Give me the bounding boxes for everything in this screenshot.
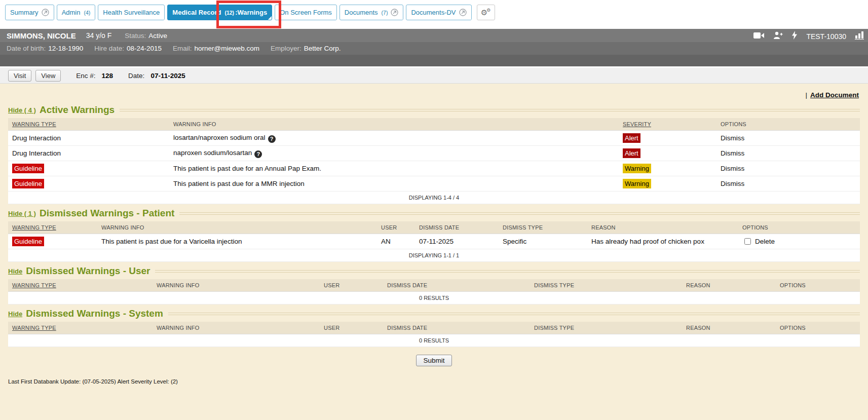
section-title: Dismissed Warnings - User — [26, 265, 150, 277]
column-header-options: OPTIONS — [776, 322, 860, 334]
tab-admin-count: (4) — [84, 10, 90, 16]
warning-type-cell: Guideline — [8, 234, 97, 249]
column-header-dismiss-date: DISMISS DATE — [415, 221, 499, 234]
tab-summary[interactable]: Summary — [5, 5, 54, 20]
column-header-options: OPTIONS — [738, 221, 860, 234]
column-header-dismiss-date: DISMISS DATE — [383, 322, 530, 334]
section-header: Hide ( 4 ) Active Warnings — [8, 104, 860, 116]
options-cell: Dismiss — [716, 161, 860, 176]
visit-toolbar: Visit View Enc #: 128 Date: 07-11-2025 — [0, 68, 868, 84]
section-dismissed-warnings-system: Hide Dismissed Warnings - System WARNING… — [8, 308, 860, 347]
warning-info-cell: This patient is past due for a Varicella… — [97, 234, 377, 249]
severity-badge-alert: Alert — [623, 148, 640, 158]
employer-value: Better Corp. — [304, 45, 341, 52]
dismissed-user-table: WARNING TYPE WARNING INFO USER DISMISS D… — [8, 279, 860, 304]
section-title: Active Warnings — [40, 104, 115, 116]
column-header-user: USER — [320, 322, 383, 334]
column-header-warning-type[interactable]: WARNING TYPE — [8, 118, 169, 131]
table-row: Guideline This patient is past due for a… — [8, 176, 860, 192]
dismissed-system-table: WARNING TYPE WARNING INFO USER DISMISS D… — [8, 322, 860, 347]
tab-documents[interactable]: Documents (7) — [339, 5, 404, 20]
delete-checkbox[interactable] — [744, 238, 751, 245]
dismissed-patient-table: WARNING TYPE WARNING INFO USER DISMISS D… — [8, 221, 860, 262]
bar-chart-icon[interactable] — [855, 31, 865, 42]
encounter-value: 128 — [102, 72, 114, 80]
section-dismissed-warnings-user: Hide Dismissed Warnings - User WARNING T… — [8, 265, 860, 304]
column-header-warning-type[interactable]: WARNING TYPE — [8, 279, 153, 292]
video-camera-icon[interactable] — [753, 32, 765, 41]
tab-medical-record-warnings[interactable]: Medical Record (12) :Warnings — [167, 5, 272, 20]
column-header-reason: REASON — [682, 322, 776, 334]
status-value: Active — [148, 32, 167, 40]
question-mark-icon[interactable]: ? — [254, 150, 262, 158]
tab-documents-dv[interactable]: Documents-DV — [406, 5, 471, 20]
column-header-warning-info: WARNING INFO — [153, 279, 320, 292]
hide-dismissed-patient-link[interactable]: Hide ( 1 ) — [8, 210, 36, 217]
dismiss-link[interactable]: Dismiss — [721, 165, 744, 172]
column-header-user: USER — [377, 221, 415, 234]
hide-dismissed-system-link[interactable]: Hide — [8, 310, 22, 318]
displaying-count: DISPLAYING 1-4 / 4 — [8, 192, 860, 204]
patient-header-icons: TEST-10030 — [753, 31, 865, 42]
tab-on-screen-forms-label: On Screen Forms — [280, 9, 332, 16]
guideline-badge: Guideline — [12, 179, 44, 188]
question-mark-icon[interactable]: ? — [268, 135, 276, 143]
patient-age-sex: 34 y/o F — [86, 31, 112, 40]
column-header-warning-type[interactable]: WARNING TYPE — [8, 221, 97, 234]
hire-date-label: Hire date: — [94, 45, 124, 52]
column-header-warning-type[interactable]: WARNING TYPE — [8, 322, 153, 334]
dob-value: 12-18-1990 — [48, 45, 83, 52]
empty-results-row: 0 RESULTS — [8, 334, 860, 347]
column-header-dismiss-type: DISMISS TYPE — [499, 221, 587, 234]
user-cell: AN — [377, 234, 415, 249]
header-rule — [179, 212, 860, 215]
warning-type-cell: Guideline — [8, 176, 169, 192]
visit-button[interactable]: Visit — [8, 70, 31, 82]
results-count: 0 RESULTS — [8, 334, 860, 347]
add-person-icon[interactable] — [773, 31, 783, 41]
email-value: horner@mieweb.com — [194, 45, 259, 52]
table-pagination-row: DISPLAYING 1-4 / 4 — [8, 192, 860, 204]
header-rule — [168, 313, 860, 315]
tab-admin[interactable]: Admin (4) — [57, 5, 96, 20]
column-header-dismiss-date: DISMISS DATE — [383, 279, 530, 292]
table-header-row: WARNING TYPE WARNING INFO USER DISMISS D… — [8, 322, 860, 334]
settings-button[interactable]: ⚙ ⚙ — [477, 5, 495, 20]
column-header-warning-info: WARNING INFO — [97, 221, 377, 234]
section-header: Hide Dismissed Warnings - User — [8, 265, 860, 277]
dismiss-type-cell: Specific — [499, 234, 587, 249]
severity-badge-alert: Alert — [623, 133, 640, 143]
add-document-link[interactable]: Add Document — [810, 91, 859, 99]
dismiss-link[interactable]: Dismiss — [721, 134, 744, 142]
status-label: Status: — [125, 32, 146, 40]
email-label: Email: — [173, 45, 192, 52]
hide-dismissed-user-link[interactable]: Hide — [8, 268, 22, 275]
table-row: Drug Interaction losartan/naproxen sodiu… — [8, 131, 860, 146]
displaying-count: DISPLAYING 1-1 / 1 — [8, 249, 860, 262]
section-header: Hide Dismissed Warnings - System — [8, 308, 860, 319]
section-header: Hide ( 1 ) Dismissed Warnings - Patient — [8, 208, 860, 219]
dismiss-link[interactable]: Dismiss — [721, 180, 744, 187]
warning-info-cell: This patient is past due for a MMR injec… — [169, 176, 619, 192]
column-header-severity[interactable]: SEVERITY — [619, 118, 716, 131]
severity-badge-warning: Warning — [623, 179, 651, 188]
reason-cell: Has already had proof of chicken pox — [587, 234, 738, 249]
encounter-label: Enc #: — [76, 72, 95, 80]
hide-active-warnings-link[interactable]: Hide ( 4 ) — [8, 106, 36, 114]
hire-date-value: 08-24-2015 — [127, 45, 162, 52]
severity-cell: Warning — [619, 176, 716, 192]
results-count: 0 RESULTS — [8, 292, 860, 304]
top-tab-bar: Summary Admin (4) Health Surveillance Me… — [0, 0, 868, 29]
warning-type-cell: Drug Interaction — [8, 131, 169, 146]
severity-cell: Alert — [619, 146, 716, 161]
submit-button[interactable]: Submit — [416, 355, 451, 366]
table-row: Guideline This patient is past due for a… — [8, 161, 860, 176]
dismiss-link[interactable]: Dismiss — [721, 149, 744, 157]
view-button[interactable]: View — [35, 70, 61, 82]
dob-label: Date of birth: — [7, 45, 46, 52]
section-active-warnings: Hide ( 4 ) Active Warnings WARNING TYPE … — [8, 104, 860, 204]
tab-health-surveillance[interactable]: Health Surveillance — [98, 5, 165, 20]
lightning-icon[interactable] — [791, 31, 798, 42]
column-header-user: USER — [320, 279, 383, 292]
tab-on-screen-forms[interactable]: On Screen Forms — [275, 5, 337, 20]
